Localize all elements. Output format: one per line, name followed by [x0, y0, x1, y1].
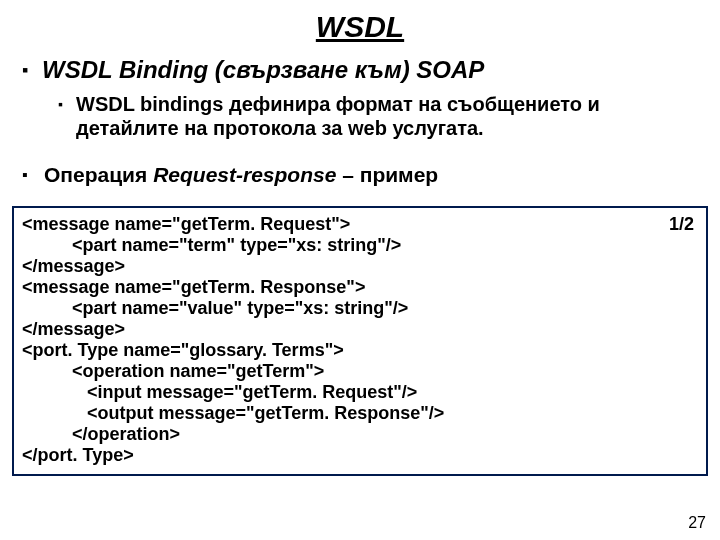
- code-line: <operation name="getTerm">: [22, 361, 698, 382]
- pager-label: 1/2: [669, 214, 694, 235]
- text-span: Операция: [44, 163, 153, 186]
- slide-title: WSDL: [0, 0, 720, 50]
- text-span-italic: Request-response: [153, 163, 336, 186]
- code-line: <port. Type name="glossary. Terms">: [22, 340, 698, 361]
- code-line: </port. Type>: [22, 445, 698, 466]
- bullet-icon: ▪: [22, 56, 42, 84]
- code-line: </message>: [22, 256, 698, 277]
- code-line: <input message="getTerm. Request"/>: [22, 382, 698, 403]
- bullet-text: WSDL Binding (свързване към) SOAP: [42, 56, 484, 84]
- bullet-icon: ▪: [22, 162, 44, 188]
- bullet-level1: ▪ WSDL Binding (свързване към) SOAP: [0, 50, 720, 88]
- code-line: </operation>: [22, 424, 698, 445]
- text-span: – пример: [336, 163, 438, 186]
- code-line: <part name="term" type="xs: string"/>: [22, 235, 698, 256]
- bullet-text: WSDL bindings дефинира формат на съобщен…: [76, 92, 700, 140]
- code-box: 1/2 <message name="getTerm. Request"> <p…: [12, 206, 708, 476]
- slide: WSDL ▪ WSDL Binding (свързване към) SOAP…: [0, 0, 720, 540]
- code-line: </message>: [22, 319, 698, 340]
- bullet-level1: ▪ Операция Request-response – пример: [0, 144, 720, 194]
- bullet-level2: ▪ WSDL bindings дефинира формат на съобщ…: [0, 88, 720, 144]
- bullet-icon: ▪: [58, 92, 76, 116]
- code-line: <message name="getTerm. Request">: [22, 214, 698, 235]
- code-line: <message name="getTerm. Response">: [22, 277, 698, 298]
- code-line: <output message="getTerm. Response"/>: [22, 403, 698, 424]
- slide-number: 27: [688, 514, 706, 532]
- bullet-text: Операция Request-response – пример: [44, 162, 438, 188]
- code-line: <part name="value" type="xs: string"/>: [22, 298, 698, 319]
